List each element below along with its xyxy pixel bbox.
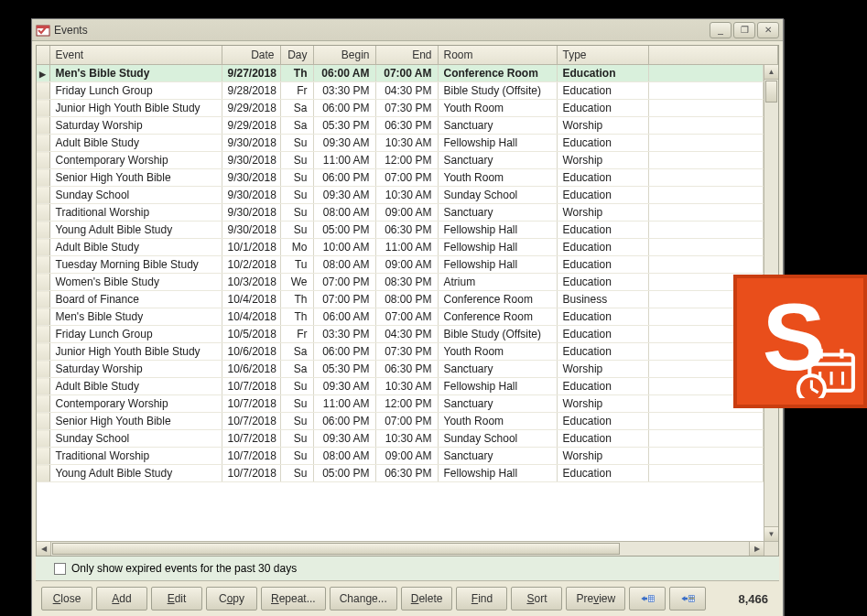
horizontal-scroll-thumb[interactable] xyxy=(52,543,620,555)
begin-cell[interactable]: 09:30 AM xyxy=(313,187,375,204)
row-header[interactable]: ▶ xyxy=(37,65,49,82)
end-cell[interactable]: 07:00 AM xyxy=(375,65,438,82)
room-cell[interactable]: Conference Room xyxy=(438,291,557,308)
type-cell[interactable]: Education xyxy=(557,169,648,187)
end-cell[interactable]: 11:00 AM xyxy=(375,239,438,256)
row-header[interactable] xyxy=(37,378,49,395)
room-cell[interactable]: Fellowship Hall xyxy=(438,465,557,482)
table-row[interactable]: Traditional Worship10/7/2018Su08:00 AM09… xyxy=(37,448,764,465)
expired-only-checkbox[interactable] xyxy=(54,563,66,575)
room-cell[interactable]: Sanctuary xyxy=(438,152,557,169)
row-header[interactable] xyxy=(37,152,49,169)
room-cell[interactable]: Atrium xyxy=(438,274,557,291)
event-cell[interactable]: Junior High Youth Bible Study xyxy=(49,100,222,117)
room-cell[interactable]: Sanctuary xyxy=(438,204,557,222)
day-cell[interactable]: Th xyxy=(280,291,313,308)
column-header-begin[interactable]: Begin xyxy=(313,46,375,65)
end-cell[interactable]: 12:00 PM xyxy=(375,395,438,413)
date-cell[interactable]: 9/29/2018 xyxy=(222,117,280,135)
table-row[interactable]: Junior High Youth Bible Study10/6/2018Sa… xyxy=(37,343,764,361)
begin-cell[interactable]: 05:00 PM xyxy=(313,465,375,482)
begin-cell[interactable]: 03:30 PM xyxy=(313,326,375,343)
begin-cell[interactable]: 03:30 PM xyxy=(313,82,375,100)
date-cell[interactable]: 10/7/2018 xyxy=(222,430,280,448)
date-cell[interactable]: 9/28/2018 xyxy=(222,82,280,100)
begin-cell[interactable]: 09:30 AM xyxy=(313,135,375,152)
event-cell[interactable]: Women's Bible Study xyxy=(49,274,222,291)
begin-cell[interactable]: 07:00 PM xyxy=(313,291,375,308)
table-row[interactable]: Adult Bible Study9/30/2018Su09:30 AM10:3… xyxy=(37,135,764,152)
day-cell[interactable]: Su xyxy=(280,430,313,448)
row-header[interactable] xyxy=(37,465,49,482)
add-button[interactable]: Add xyxy=(96,587,147,611)
end-cell[interactable]: 07:30 PM xyxy=(375,343,438,361)
titlebar[interactable]: Events ⎯ ❐ ✕ xyxy=(32,19,783,41)
type-cell[interactable]: Education xyxy=(557,100,648,117)
scroll-left-button[interactable]: ◀ xyxy=(37,542,51,556)
room-cell[interactable]: Conference Room xyxy=(438,308,557,326)
event-cell[interactable]: Saturday Worship xyxy=(49,117,222,135)
begin-cell[interactable]: 08:00 AM xyxy=(313,256,375,274)
row-header[interactable] xyxy=(37,204,49,222)
room-cell[interactable]: Sanctuary xyxy=(438,117,557,135)
day-cell[interactable]: Sa xyxy=(280,361,313,378)
begin-cell[interactable]: 09:30 AM xyxy=(313,430,375,448)
scroll-right-button[interactable]: ▶ xyxy=(749,542,764,556)
table-row[interactable]: Sunday School9/30/2018Su09:30 AM10:30 AM… xyxy=(37,187,764,204)
begin-cell[interactable]: 06:00 PM xyxy=(313,343,375,361)
day-cell[interactable]: Fr xyxy=(280,82,313,100)
type-cell[interactable]: Education xyxy=(557,430,648,448)
table-row[interactable]: Traditional Worship9/30/2018Su08:00 AM09… xyxy=(37,204,764,222)
close-window-button[interactable]: ✕ xyxy=(757,22,779,38)
room-cell[interactable]: Sunday School xyxy=(438,187,557,204)
date-cell[interactable]: 10/6/2018 xyxy=(222,361,280,378)
row-header[interactable] xyxy=(37,187,49,204)
event-cell[interactable]: Young Adult Bible Study xyxy=(49,222,222,239)
column-header-day[interactable]: Day xyxy=(280,46,313,65)
scroll-up-button[interactable]: ▲ xyxy=(764,65,778,80)
type-cell[interactable]: Education xyxy=(557,135,648,152)
begin-cell[interactable]: 05:30 PM xyxy=(313,117,375,135)
begin-cell[interactable]: 08:00 AM xyxy=(313,204,375,222)
row-selector-header[interactable] xyxy=(37,46,49,65)
room-cell[interactable]: Youth Room xyxy=(438,169,557,187)
type-cell[interactable]: Education xyxy=(557,256,648,274)
row-header[interactable] xyxy=(37,222,49,239)
day-cell[interactable]: Sa xyxy=(280,343,313,361)
room-cell[interactable]: Youth Room xyxy=(438,413,557,430)
day-cell[interactable]: Su xyxy=(280,395,313,413)
begin-cell[interactable]: 06:00 PM xyxy=(313,100,375,117)
end-cell[interactable]: 04:30 PM xyxy=(375,82,438,100)
begin-cell[interactable]: 06:00 AM xyxy=(313,308,375,326)
copy-button[interactable]: Copy xyxy=(206,587,257,611)
date-cell[interactable]: 10/4/2018 xyxy=(222,308,280,326)
begin-cell[interactable]: 11:00 AM xyxy=(313,395,375,413)
end-cell[interactable]: 06:30 PM xyxy=(375,465,438,482)
date-cell[interactable]: 9/27/2018 xyxy=(222,65,280,82)
date-cell[interactable]: 9/30/2018 xyxy=(222,204,280,222)
day-cell[interactable]: Th xyxy=(280,65,313,82)
day-cell[interactable]: Su xyxy=(280,448,313,465)
column-header-date[interactable]: Date xyxy=(222,46,280,65)
event-cell[interactable]: Sunday School xyxy=(49,430,222,448)
type-cell[interactable]: Education xyxy=(557,222,648,239)
event-cell[interactable]: Senior High Youth Bible xyxy=(49,169,222,187)
event-cell[interactable]: Junior High Youth Bible Study xyxy=(49,343,222,361)
day-cell[interactable]: Th xyxy=(280,308,313,326)
close-button[interactable]: Close xyxy=(41,587,92,611)
end-cell[interactable]: 06:30 PM xyxy=(375,222,438,239)
table-row[interactable]: Friday Lunch Group9/28/2018Fr03:30 PM04:… xyxy=(37,82,764,100)
day-cell[interactable]: Su xyxy=(280,204,313,222)
goto-selected-grid-button[interactable] xyxy=(669,587,706,611)
row-header[interactable] xyxy=(37,100,49,117)
date-cell[interactable]: 10/7/2018 xyxy=(222,395,280,413)
goto-grid-button[interactable] xyxy=(629,587,666,611)
minimize-button[interactable]: ⎯ xyxy=(710,22,732,38)
row-header[interactable] xyxy=(37,169,49,187)
date-cell[interactable]: 9/30/2018 xyxy=(222,152,280,169)
room-cell[interactable]: Fellowship Hall xyxy=(438,378,557,395)
column-header-end[interactable]: End xyxy=(375,46,438,65)
row-header[interactable] xyxy=(37,413,49,430)
row-header[interactable] xyxy=(37,117,49,135)
end-cell[interactable]: 07:00 PM xyxy=(375,413,438,430)
